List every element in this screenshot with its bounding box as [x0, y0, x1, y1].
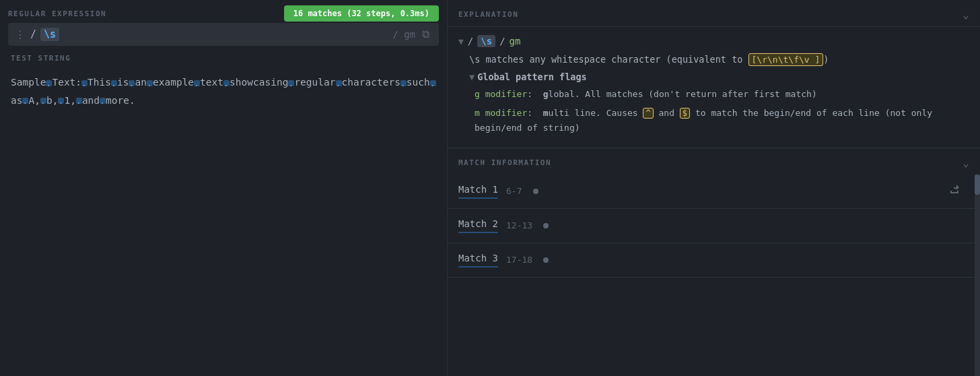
whitespace-match	[129, 80, 135, 86]
regex-options-icon[interactable]: ⋮	[15, 28, 26, 41]
text-char: c	[371, 77, 377, 88]
text-char: i	[100, 77, 106, 88]
text-char: a	[82, 95, 88, 106]
match-info-label: MATCH INFORMATION	[458, 158, 551, 167]
text-char: o	[112, 95, 118, 106]
match-label-wrap: Match 1	[458, 184, 498, 199]
match-label-wrap: Match 3	[458, 253, 498, 268]
match-info-chevron[interactable]: ⌄	[963, 156, 969, 169]
match-item[interactable]: Match 3 17-18	[448, 243, 980, 278]
explanation-section: EXPLANATION ⌄	[448, 0, 980, 27]
text-char: r	[388, 77, 394, 88]
m-flag-bold: m	[543, 108, 549, 118]
match-badge: 16 matches (32 steps, 0.3ms)	[284, 5, 439, 22]
test-string-area[interactable]: SampleText:Thisisanexampletextshowcasing…	[0, 68, 447, 376]
text-char: a	[353, 77, 359, 88]
match-item[interactable]: Match 2 12-13	[448, 209, 980, 243]
text-char: u	[312, 77, 318, 88]
m-flag-rest: ulti line. Causes	[549, 108, 643, 118]
text-char: h	[424, 77, 430, 88]
match-range: 6-7	[506, 186, 522, 196]
whitespace-match	[46, 80, 52, 86]
test-string-label: TEST STRING	[0, 46, 447, 68]
text-char: m	[170, 77, 176, 88]
text-char: e	[206, 77, 212, 88]
text-char: s	[123, 77, 129, 88]
exp-desc-after: )	[823, 54, 829, 65]
match-label: Match 3	[458, 253, 498, 263]
exp-slash-close: /	[499, 36, 505, 46]
slash-open: /	[30, 28, 36, 40]
regex-input-area[interactable]: \s	[40, 28, 388, 41]
text-char: a	[135, 77, 141, 88]
text-char: i	[271, 77, 277, 88]
exp-slash-open: /	[468, 36, 473, 46]
whitespace-match	[288, 80, 294, 86]
whitespace-match	[58, 98, 64, 104]
exp-highlight-box: [\r\n\t\f\v ]	[748, 53, 824, 66]
text-char: p	[176, 77, 182, 88]
text-char: 1	[64, 95, 70, 106]
exp-desc-before: \s matches any whitespace character (equ…	[469, 54, 748, 65]
match-items-list: Match 1 6-7 Match 2 12-13 Match 3 17-18	[448, 175, 980, 376]
text-char: :	[75, 77, 81, 88]
text-char: a	[164, 77, 170, 88]
explanation-label: EXPLANATION	[458, 10, 518, 19]
match-dot	[533, 189, 538, 194]
whitespace-match	[336, 80, 342, 86]
text-char: e	[153, 77, 159, 88]
text-char: e	[300, 77, 306, 88]
text-char: e	[188, 77, 194, 88]
copy-button[interactable]: ⧉	[419, 27, 432, 42]
text-char: i	[117, 77, 123, 88]
exp-flags: gm	[510, 36, 521, 46]
scrollbar-track[interactable]	[975, 175, 980, 376]
text-char: ,	[34, 95, 40, 106]
text-char: h	[236, 77, 242, 88]
global-flags-title-text: Global pattern flags	[477, 71, 587, 82]
text-char: a	[365, 77, 371, 88]
flags-collapse-arrow[interactable]: ▼	[469, 71, 475, 82]
text-char: h	[94, 77, 100, 88]
exp-collapse-arrow[interactable]: ▼	[458, 36, 464, 46]
whitespace-match	[400, 80, 407, 86]
explanation-chevron[interactable]: ⌄	[963, 8, 969, 21]
whitespace-match	[100, 98, 106, 104]
scrollbar-thumb[interactable]	[975, 175, 980, 195]
text-char: p	[28, 77, 34, 88]
match-range: 12-13	[506, 220, 532, 230]
match-info-header: MATCH INFORMATION ⌄	[448, 148, 980, 175]
match-items-container: Match 1 6-7 Match 2 12-13 Match 3 17-18	[448, 175, 980, 278]
text-char: s	[265, 77, 271, 88]
text-char: x	[212, 77, 218, 88]
text-char: ,	[53, 95, 59, 106]
text-char: t	[377, 77, 383, 88]
whitespace-match	[22, 98, 28, 104]
regex-flags[interactable]: / gm	[392, 29, 415, 40]
text-char: b	[46, 95, 53, 106]
match-range: 17-18	[506, 255, 532, 265]
m-dollar: $	[680, 108, 690, 119]
text-char: e	[123, 95, 129, 106]
match-label: Match 1	[458, 184, 498, 195]
text-char: s	[394, 77, 400, 88]
g-flag-rest: lobal. All matches (don't return after f…	[549, 89, 817, 99]
text-char: e	[58, 77, 64, 88]
regex-section-label: REGULAR EXPRESSION	[8, 7, 106, 21]
whitespace-match	[76, 98, 82, 104]
text-char: r	[330, 77, 336, 88]
match-label-wrap: Match 2	[458, 218, 498, 233]
text-char: r	[118, 95, 124, 106]
text-char: ,	[70, 95, 76, 106]
match-info-section: MATCH INFORMATION ⌄ Match 1 6-7 Match 2	[448, 148, 980, 376]
match-underline	[458, 232, 498, 233]
whitespace-match	[147, 80, 153, 86]
text-char: a	[11, 95, 17, 106]
text-char: .	[129, 95, 135, 106]
text-char: m	[106, 95, 112, 106]
whitespace-match	[430, 80, 436, 86]
g-flag-bold: g	[543, 89, 549, 99]
m-flag-name: m modifier:	[475, 108, 532, 118]
match-item[interactable]: Match 1 6-7	[448, 175, 980, 209]
test-string-content: SampleText:Thisisanexampletextshowcasing…	[11, 77, 436, 106]
